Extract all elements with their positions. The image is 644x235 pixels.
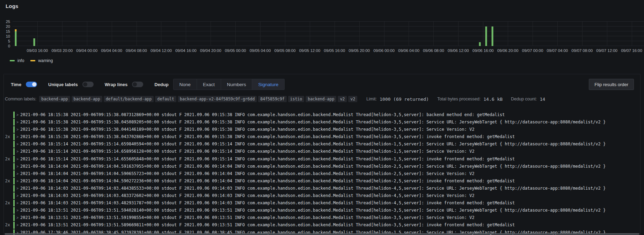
expand-chevron-icon: > (15, 119, 20, 126)
x-axis-tick-label: 09/06 00:00 (373, 48, 395, 53)
log-rows-list: >2021-09-06 18:15:38 2021-09-06T09:15:38… (4, 111, 640, 235)
dedup-count-value: 14 (540, 97, 545, 102)
x-axis-tick-label: 09/04 04:00 (101, 48, 122, 53)
y-axis-tick-label: 10 (6, 34, 10, 38)
log-row[interactable]: >2021-09-06 18:14:03 2021-09-06T09:14:03… (4, 185, 640, 192)
bytes-processed-label: Total bytes processed: (437, 97, 481, 101)
flip-results-order-button[interactable]: Flip results order (589, 79, 634, 90)
duplicate-count-badge (4, 214, 13, 221)
unique-labels-toggle[interactable] (82, 82, 94, 87)
log-row[interactable]: >2021-09-06 18:13:51 2021-09-06T09:13:51… (4, 214, 640, 221)
x-axis-tick-label: 09/05 08:00 (275, 48, 296, 53)
log-line-text: 2021-09-06 18:15:38 2021-09-06T09:15:38.… (20, 111, 505, 119)
x-axis-tick-label: 09/07 16:00 (621, 48, 642, 53)
log-row[interactable]: 2x>2021-09-06 18:14:04 2021-09-06T09:14:… (4, 177, 640, 185)
toggle-knob (133, 82, 137, 86)
panel-title: Logs (6, 3, 638, 9)
log-line-text: 2021-09-06 18:14:03 2021-09-06T09:14:03.… (20, 185, 606, 192)
duplicate-count-badge (4, 126, 13, 133)
info-series-swatch-icon (10, 60, 15, 61)
info-bar (485, 26, 487, 46)
x-gridline (607, 22, 607, 46)
x-axis-tick-label: 09/06 08:00 (423, 48, 444, 53)
log-line-text: 2021-09-06 18:14:04 2021-09-06T09:14:04.… (20, 170, 474, 177)
log-row[interactable]: >2021-09-06 18:15:38 2021-09-06T09:15:38… (4, 119, 640, 126)
log-row[interactable]: >2021-09-06 18:15:14 2021-09-06T09:15:14… (4, 141, 640, 148)
wrap-lines-toggle[interactable] (132, 82, 143, 87)
bytes-processed-value: 14.6 kB (483, 97, 503, 102)
dedup-count-label: Dedup count: (511, 97, 537, 101)
log-row[interactable]: 2x>2021-09-06 18:14:03 2021-09-06T09:14:… (4, 199, 640, 207)
logs-volume-chart: 0510152025 (0, 22, 644, 46)
x-gridline (508, 22, 508, 46)
x-gridline (483, 22, 483, 46)
log-row[interactable]: >2021-09-06 18:14:04 2021-09-06T09:14:04… (4, 170, 640, 177)
x-axis-tick-label: 09/05 12:00 (299, 48, 320, 53)
expand-chevron-icon: > (15, 185, 20, 192)
log-row[interactable]: >2021-09-06 18:15:38 2021-09-06T09:15:38… (4, 111, 640, 119)
log-row[interactable]: 2x>2021-09-06 18:13:51 2021-09-06T09:13:… (4, 221, 640, 229)
common-label-badge: default/backend-app (104, 96, 154, 102)
log-results-panel: Time Unique labels Wrap lines Dedup None… (3, 74, 641, 235)
y-axis: 0510152025 (0, 22, 13, 46)
info-bar (491, 26, 493, 46)
duplicate-count-badge (4, 163, 13, 170)
log-row[interactable]: >2021-09-06 18:15:38 2021-09-06T09:15:38… (4, 126, 640, 133)
warning-bar (15, 29, 16, 31)
x-gridline (557, 22, 558, 46)
x-axis-tick-label: 09/07 12:00 (596, 48, 617, 53)
log-row[interactable]: 2x>2021-09-06 18:15:38 2021-09-06T09:15:… (4, 133, 640, 141)
time-toggle-label: Time (11, 82, 21, 87)
x-gridline (37, 22, 38, 46)
log-row[interactable]: 2x>2021-09-06 18:15:14 2021-09-06T09:15:… (4, 156, 640, 163)
x-gridline (533, 22, 533, 46)
x-axis-tick-label: 09/04 08:00 (126, 48, 147, 53)
horizontal-scrollbar[interactable] (5, 233, 639, 235)
dedup-option-exact[interactable]: Exact (197, 79, 221, 90)
log-row[interactable]: >2021-09-06 18:15:14 2021-09-06T09:15:14… (4, 148, 640, 155)
legend-item-info[interactable]: info (10, 58, 24, 63)
dedup-option-none[interactable]: None (174, 79, 197, 90)
duplicate-count-badge (4, 141, 13, 148)
log-line-text: 2021-09-06 18:13:51 2021-09-06T09:13:51.… (20, 221, 515, 229)
x-axis-tick-label: 09/06 12:00 (448, 48, 469, 53)
chart-plot (13, 22, 644, 46)
common-label-badge: 84f5859c9f (258, 96, 286, 102)
log-row[interactable]: >2021-09-06 18:14:04 2021-09-06T09:14:04… (4, 163, 640, 170)
y-gridline (13, 26, 644, 26)
dedup-label: Dedup (154, 82, 168, 87)
expand-chevron-icon: > (15, 156, 20, 163)
common-labels-row: Common labels: backend-appbackend-appdef… (5, 95, 640, 103)
x-axis-tick-label: 09/03 20:00 (51, 48, 73, 53)
common-label-badge: v2 (348, 96, 357, 102)
expand-chevron-icon: > (15, 111, 20, 119)
limit-value: 1000 (69 returned) (380, 97, 429, 102)
info-bar (15, 31, 16, 46)
log-line-text: 2021-09-06 18:14:04 2021-09-06T09:14:04.… (20, 163, 606, 170)
x-gridline (632, 22, 632, 46)
x-axis-tick-label: 09/04 16:00 (175, 48, 197, 53)
dedup-option-signature[interactable]: Signature (252, 79, 284, 90)
time-toggle[interactable] (26, 82, 37, 87)
log-line-text: 2021-09-06 18:15:38 2021-09-06T09:15:38.… (20, 119, 606, 126)
x-axis-tick-label: 09/06 04:00 (398, 48, 419, 53)
panel-header: Logs (0, 0, 644, 9)
x-gridline (260, 22, 261, 46)
common-label-badge: backend-app (72, 96, 102, 102)
duplicate-count-badge: 2x (4, 133, 13, 141)
y-axis-tick-label: 25 (6, 20, 10, 24)
log-row[interactable]: >2021-09-06 18:13:51 2021-09-06T09:13:51… (4, 207, 640, 214)
legend-label: info (17, 58, 24, 63)
log-line-text: 2021-09-06 18:14:03 2021-09-06T09:14:03.… (20, 199, 515, 207)
toggle-knob (83, 82, 87, 86)
common-label-badge: v2 (338, 96, 347, 102)
common-labels-label: Common labels: (5, 97, 36, 101)
duplicate-count-badge (4, 119, 13, 126)
duplicate-count-badge (4, 207, 13, 214)
dedup-option-numbers[interactable]: Numbers (221, 79, 252, 90)
log-row[interactable]: >2021-09-06 18:14:03 2021-09-06T09:14:03… (4, 192, 640, 199)
x-axis-tick-label: 09/06 20:00 (497, 48, 519, 53)
y-axis-tick-label: 5 (8, 39, 10, 43)
legend-item-warning[interactable]: warning (30, 58, 53, 63)
x-gridline (285, 22, 285, 46)
